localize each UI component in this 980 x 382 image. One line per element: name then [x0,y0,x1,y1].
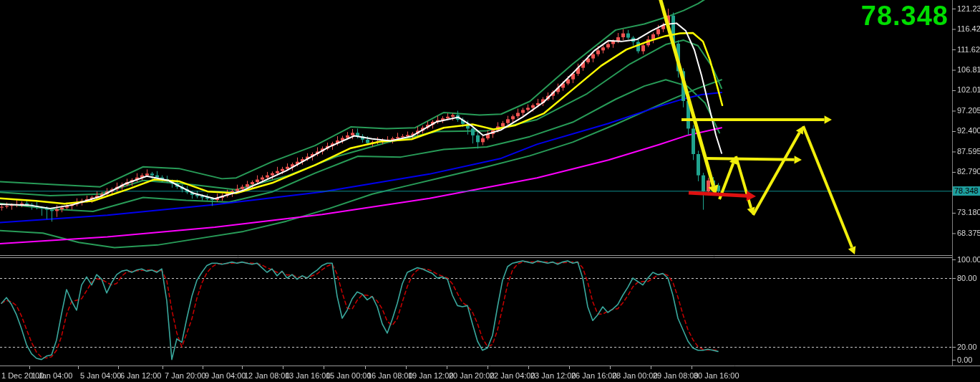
trading-chart-window: 78.348 78.348 1 Dec 20:001 Jan 04:005 Ja… [0,0,980,382]
price-axis-label: 116.425 [957,25,980,33]
price-axis-label: 102.010 [957,86,980,94]
price-axis-label: 106.815 [957,66,980,74]
chart-canvas[interactable] [0,0,980,382]
time-axis-label: 9 Jan 04:00 [205,372,246,380]
price-axis-label: 82.790 [957,168,980,176]
time-axis-label: 19 Jan 12:00 [408,372,454,380]
current-price-badge: 78.348 [953,186,980,196]
price-axis-label: 73.180 [957,209,980,216]
stoch-axis-label: 0.00 [957,356,972,364]
time-axis-label: 23 Jan 12:00 [530,372,576,380]
price-axis-label: 87.595 [957,148,980,156]
time-axis-label: 26 Jan 16:00 [571,372,617,380]
time-axis-label: 29 Jan 08:00 [653,372,699,380]
time-axis-label: 7 Jan 20:00 [165,372,206,380]
time-axis-label: 20 Jan 20:00 [449,372,495,380]
price-axis-label: 121.230 [957,5,980,13]
price-axis-label: 97.205 [957,107,980,115]
time-axis-label: 30 Jan 16:00 [694,372,739,380]
stoch-axis-label: 100.00 [957,256,980,264]
time-axis-label: 28 Jan 00:00 [612,372,658,380]
current-price-display: 78.348 [861,1,949,32]
time-axis-label: 6 Jan 12:00 [120,372,162,380]
price-axis[interactable] [952,0,980,366]
time-axis-label: 5 Jan 04:00 [80,372,122,380]
time-axis-label: 16 Jan 08:00 [367,372,413,380]
stoch-axis-label: 80.00 [957,274,977,282]
time-axis-label: 12 Jan 08:00 [244,372,290,380]
price-axis-label: 111.620 [957,46,980,54]
time-axis-label: 15 Jan 00:00 [326,372,372,380]
price-axis-label: 68.375 [957,229,980,237]
time-axis-label: 13 Jan 16:00 [285,372,331,380]
time-axis[interactable]: 1 Dec 20:001 Jan 04:005 Jan 04:006 Jan 1… [0,366,980,382]
time-axis-label: 22 Jan 04:00 [490,372,535,380]
price-axis-label: 92.400 [957,127,980,135]
time-axis-label: 1 Jan 04:00 [31,372,73,380]
stoch-axis-label: 20.00 [957,343,977,351]
